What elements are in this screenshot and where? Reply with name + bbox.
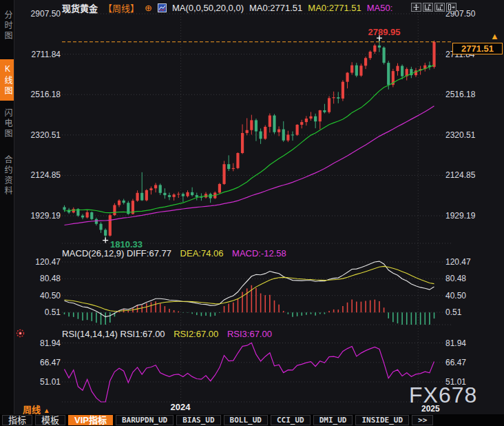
candle-body xyxy=(140,193,143,201)
year-label-2024: 2024 xyxy=(160,402,201,412)
fx678-watermark: FX678 xyxy=(409,383,477,408)
toolbar-item-bias[interactable]: BIAS_UD xyxy=(176,415,220,425)
axis-tick-label: 66.47 xyxy=(19,358,61,367)
axis-tick-label: 0.51 xyxy=(445,307,461,317)
candle-body xyxy=(364,58,367,65)
sidebar-tab-lightning-chart[interactable]: 闪电图 xyxy=(0,102,14,145)
chart-header: 现货黄金 【周线】 ⊕ MA(0,0,50,20,0,0) MA0:2771.5… xyxy=(62,1,392,14)
candle-body xyxy=(401,66,403,77)
axis-tick-label: 2320.51 xyxy=(445,130,475,140)
axis-tick-label: 80.48 xyxy=(19,274,61,283)
candle-body xyxy=(222,164,225,184)
candle-body xyxy=(191,192,193,195)
chart-canvas[interactable] xyxy=(0,0,504,426)
candle-body xyxy=(241,133,244,153)
axis-tick-label: 40.50 xyxy=(19,291,61,301)
candle-body xyxy=(236,153,239,168)
candle-body xyxy=(255,120,258,131)
toolbar-item-indicators[interactable]: 指标 xyxy=(2,415,32,425)
axis-tick-label: 1929.19 xyxy=(19,211,61,221)
candle-body xyxy=(86,212,89,217)
chart-icon xyxy=(158,3,167,12)
candle-body xyxy=(319,110,322,121)
candle-body xyxy=(328,98,330,112)
ma0-value: MA0:2771.51 xyxy=(249,3,302,13)
candle-body xyxy=(232,168,235,169)
axis-tick-label: 66.47 xyxy=(445,358,466,367)
candle-body xyxy=(264,127,266,139)
candle-body xyxy=(109,215,112,236)
toolbar-item-barupdn[interactable]: BARUPDN_UD xyxy=(116,415,174,425)
candle-body xyxy=(246,130,249,133)
candle-body xyxy=(273,116,275,132)
candle-body xyxy=(269,116,271,127)
axis-tick-label: 2516.18 xyxy=(445,90,475,99)
exit-chart-icon[interactable] xyxy=(446,2,456,11)
candle-body xyxy=(350,65,353,73)
period-tag: 【周线】 xyxy=(103,1,139,14)
toolbar-item-templates[interactable]: 模板 xyxy=(35,415,65,425)
candle-body xyxy=(196,195,198,197)
candle-body xyxy=(163,193,166,195)
ma0-alt-value: MA0:2771.51 xyxy=(308,3,361,13)
toolbar-item-cci[interactable]: CCI_UD xyxy=(271,415,311,425)
axis-tick-label: 81.94 xyxy=(19,338,61,348)
candle-body xyxy=(99,224,102,230)
axis-tick-label: 2124.85 xyxy=(445,170,475,180)
candle-body xyxy=(314,116,317,121)
sidebar-tab-kline-chart[interactable]: K线图 xyxy=(0,59,14,101)
symbol-title: 现货黄金 xyxy=(62,1,98,14)
candle-body xyxy=(173,194,176,197)
axis-tick-label: 2320.51 xyxy=(19,130,61,140)
toolbar-item-more[interactable]: >> xyxy=(412,415,433,425)
rsi2-value: RSI2:67.00 xyxy=(174,329,218,339)
ma-settings-label: MA(0,0,50,20,0,0) xyxy=(172,3,244,13)
sidebar-tab-timeline-chart[interactable]: 分时图 xyxy=(0,4,14,47)
candle-body xyxy=(309,116,312,119)
candle-body xyxy=(296,125,299,135)
axis-tick-label: 0.51 xyxy=(19,307,61,317)
scale-left-icon[interactable] xyxy=(423,2,433,11)
candle-body xyxy=(182,194,185,196)
candle-body xyxy=(291,134,294,135)
toolbar-item-boll[interactable]: BOLL_UD xyxy=(224,415,268,425)
rsi-line xyxy=(65,343,434,402)
candle-body xyxy=(154,185,157,188)
candle-body xyxy=(373,45,376,52)
candle-body xyxy=(186,192,189,196)
ma20-line xyxy=(65,65,434,212)
toolbar-item-inside[interactable]: INSIDE_UD xyxy=(355,415,409,425)
candle-body xyxy=(90,212,93,219)
chart-window-controls xyxy=(411,2,456,11)
candle-body xyxy=(282,130,285,141)
pan-icon[interactable] xyxy=(411,2,421,11)
macd-title: MACD(26,12,9) DIFF:67.77 xyxy=(62,248,171,258)
chart-app: 分时图 K线图 闪电图 合约资料 现货黄金 【周线】 ⊕ MA(0,0,50,2… xyxy=(0,0,504,426)
candle-body xyxy=(123,201,125,203)
candle-body xyxy=(113,205,116,215)
scale-right-icon[interactable] xyxy=(434,2,445,11)
ma50-line xyxy=(65,106,434,225)
period-arrow-icon: ▲ xyxy=(43,407,50,414)
ma50-label: MA50: xyxy=(367,3,393,13)
candle-body xyxy=(300,122,303,125)
chart-type-sidebar: 分时图 K线图 闪电图 合约资料 xyxy=(0,0,14,426)
sidebar-tab-contract-info[interactable]: 合约资料 xyxy=(0,148,14,204)
candle-body xyxy=(177,194,180,194)
toolbar-item-vip-indicators[interactable]: VIP指标 xyxy=(68,415,113,425)
candle-body xyxy=(305,119,308,122)
candle-body xyxy=(383,48,386,63)
add-indicator-icon[interactable]: ⊕ xyxy=(145,3,152,13)
candle-body xyxy=(432,42,435,67)
candle-body xyxy=(63,207,65,210)
macd-dea-line xyxy=(65,266,434,311)
period-label: 周线 xyxy=(23,405,41,415)
axis-tick-label: 40.50 xyxy=(445,291,466,301)
candle-body xyxy=(218,184,221,193)
toolbar-item-dmi[interactable]: DMI_UD xyxy=(313,415,353,425)
alert-record-icon[interactable] xyxy=(16,328,25,341)
macd-header: MACD(26,12,9) DIFF:67.77 DEA:74.06 MACD:… xyxy=(62,248,293,258)
axis-tick-label: 2711.84 xyxy=(19,50,61,59)
candle-body xyxy=(159,185,162,192)
candle-body xyxy=(149,188,152,190)
